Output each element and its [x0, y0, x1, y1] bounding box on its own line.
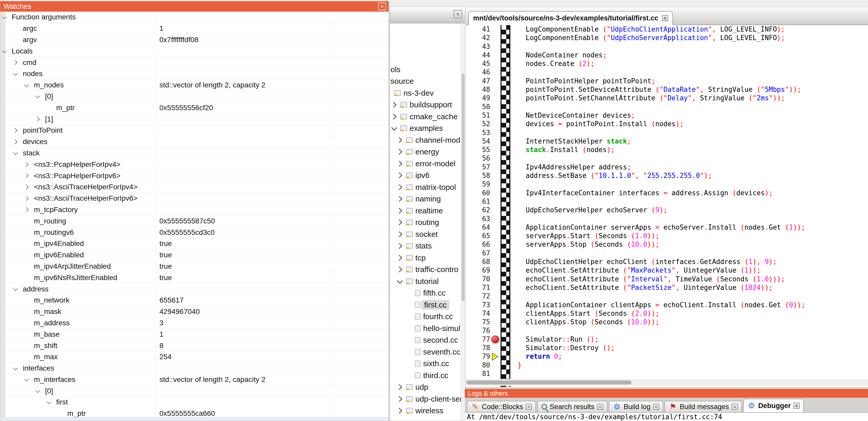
chevron-right-icon[interactable] — [24, 162, 28, 167]
chevron-right-icon[interactable] — [24, 196, 28, 201]
line-number[interactable]: 79 — [474, 352, 490, 361]
watch-row[interactable]: stack — [0, 148, 389, 159]
chevron-right-icon[interactable] — [397, 255, 402, 261]
watch-row[interactable]: m_ipv4ArpJitterEnabledtrue — [0, 261, 389, 272]
tree-item-cmake_cache[interactable]: cmake_cache — [390, 111, 461, 123]
code-line-62[interactable]: 62 UdpEchoServerHelper echoServer (9); — [466, 206, 868, 215]
watch-row[interactable]: m_ipv6NsRsJitterEnabledtrue — [0, 272, 389, 284]
chevron-right-icon[interactable] — [24, 207, 28, 212]
close-icon[interactable]: × — [653, 404, 659, 410]
scrollbar-thumb[interactable] — [466, 380, 631, 385]
chevron-right-icon[interactable] — [24, 185, 28, 189]
close-icon[interactable]: × — [597, 404, 603, 410]
watch-row[interactable]: m_routingv60x5555555cd3c0 — [0, 227, 389, 238]
code-line-51[interactable]: 51 NetDeviceContainer devices; — [466, 111, 868, 120]
logs-tab-code-blocks[interactable]: ✎Code::Blocks× — [467, 401, 536, 412]
code-line-57[interactable]: 57 Ipv4AddressHelper address; — [466, 163, 868, 171]
line-number[interactable]: 48 — [474, 85, 490, 94]
watch-row[interactable]: m_interfacesstd::vector of length 2, cap… — [0, 374, 389, 386]
code-line-42[interactable]: 42 LogComponentEnable ("UdpEchoServerApp… — [466, 34, 868, 42]
code-line-60[interactable]: 60 Ipv4InterfaceContainer interfaces = a… — [466, 189, 868, 197]
code-line-70[interactable]: 70 echoClient.SetAttribute ("Interval", … — [466, 275, 868, 284]
watch-row[interactable]: Locals — [0, 45, 389, 57]
line-number[interactable]: 56 — [474, 154, 490, 163]
code-line-69[interactable]: 69 echoClient.SetAttribute ("MaxPackets"… — [466, 266, 868, 274]
line-number[interactable]: 59 — [474, 180, 490, 189]
tree-item-fourth.cc[interactable]: fourth.cc — [390, 311, 461, 323]
code-line-68[interactable]: 68 UdpEchoClientHelper echoClient (inter… — [466, 258, 868, 266]
chevron-right-icon[interactable] — [13, 139, 17, 144]
chevron-down-icon[interactable] — [13, 71, 18, 76]
tree-item-tcp[interactable]: tcp — [390, 252, 461, 264]
code-line-47[interactable]: 47 PointToPointHelper pointToPoint; — [466, 77, 868, 85]
line-number[interactable]: 47 — [474, 77, 490, 85]
code-line-65[interactable]: 65 serverApps.Start (Seconds (1.0)); — [466, 232, 868, 240]
line-number[interactable]: 68 — [474, 258, 490, 266]
code-line-56[interactable]: 56 — [466, 154, 868, 163]
tree-item-udp[interactable]: udp — [390, 382, 461, 393]
code-line-54[interactable]: 54 InternetStackHelper stack; — [466, 137, 868, 145]
line-number[interactable]: 63 — [474, 215, 490, 223]
line-number[interactable]: 61 — [474, 197, 490, 206]
code-line-61[interactable]: 61 — [466, 197, 868, 206]
tree-item-fifth.cc[interactable]: fifth.cc — [390, 287, 461, 299]
chevron-down-icon[interactable] — [24, 83, 29, 87]
tree-item-energy[interactable]: energy — [390, 146, 461, 158]
line-number[interactable]: 73 — [474, 301, 490, 309]
code-line-76[interactable]: 76 — [466, 326, 868, 335]
code-line-49[interactable]: 49 pointToPoint.SetChannelAttribute ("De… — [466, 94, 868, 102]
line-number[interactable]: 65 — [474, 232, 490, 240]
watch-row[interactable]: m_ipv4Enabledtrue — [0, 238, 389, 250]
chevron-right-icon[interactable] — [397, 196, 402, 202]
line-number[interactable]: 53 — [474, 129, 490, 137]
code-line-75[interactable]: 75 clientApps.Stop (Seconds (10.0)); — [466, 318, 868, 326]
close-icon[interactable]: × — [526, 404, 532, 410]
chevron-right-icon[interactable] — [391, 102, 397, 108]
line-number[interactable]: 72 — [474, 292, 490, 300]
watch-row[interactable]: argc1 — [0, 23, 389, 34]
watch-row[interactable]: first — [0, 397, 389, 408]
chevron-right-icon[interactable] — [24, 173, 28, 178]
chevron-right-icon[interactable] — [397, 172, 402, 179]
watch-row[interactable]: interfaces — [0, 363, 389, 374]
tree-vertical-scrollbar[interactable] — [461, 24, 465, 421]
tree-item-source[interactable]: source — [390, 75, 461, 88]
chevron-right-icon[interactable] — [35, 117, 40, 121]
watch-row[interactable]: m_base1 — [0, 329, 389, 340]
scrollbar-thumb[interactable] — [462, 73, 465, 301]
watch-row[interactable]: <ns3::PcapHelperForIpv6> — [0, 170, 389, 182]
chevron-right-icon[interactable] — [397, 161, 402, 166]
chevron-right-icon[interactable] — [397, 184, 402, 190]
tree-item-naming[interactable]: naming — [390, 193, 461, 205]
line-number[interactable]: 81 — [474, 369, 490, 378]
tree-item-ols[interactable]: ols — [390, 64, 461, 75]
chevron-down-icon[interactable] — [13, 150, 18, 155]
watch-row[interactable]: pointToPoint — [0, 125, 389, 136]
watch-row[interactable]: m_ptr0x55555556cf20 — [0, 102, 389, 114]
logs-tab-debugger[interactable]: ⚙Debugger× — [743, 399, 804, 412]
tree-item-wireless[interactable]: wireless — [390, 405, 461, 417]
chevron-right-icon[interactable] — [397, 243, 402, 249]
watches-titlebar[interactable]: Watches × — [0, 1, 389, 12]
code-line-63[interactable]: 63 — [466, 215, 868, 223]
tree-item-socket[interactable]: socket — [390, 228, 461, 240]
line-number[interactable]: 67 — [474, 249, 490, 258]
chevron-right-icon[interactable] — [397, 396, 402, 402]
watch-row[interactable]: [1] — [0, 114, 389, 125]
code-line-81[interactable]: 81 — [466, 369, 868, 378]
tree-item-realtime[interactable]: realtime — [390, 205, 461, 217]
line-number[interactable]: 70 — [474, 275, 490, 284]
line-number[interactable]: 41 — [474, 25, 490, 34]
code-line-45[interactable]: 45 nodes.Create (2); — [466, 60, 868, 68]
code-line-58[interactable]: 58 address.SetBase ("10.1.1.0", "255.255… — [466, 171, 868, 180]
chevron-down-icon[interactable] — [46, 399, 51, 404]
code-line-72[interactable]: 72 — [466, 292, 868, 300]
watch-row[interactable]: <ns3::AsciiTraceHelperForIpv4> — [0, 182, 389, 193]
line-number[interactable]: 50 — [474, 103, 490, 111]
watch-row[interactable]: m_shift8 — [0, 340, 389, 351]
code-line-78[interactable]: 78 Simulator::Destroy (); — [466, 344, 868, 352]
chevron-right-icon[interactable] — [397, 208, 402, 214]
chevron-right-icon[interactable] — [397, 267, 402, 272]
line-number[interactable]: 44 — [474, 51, 490, 60]
chevron-down-icon[interactable] — [2, 14, 7, 19]
